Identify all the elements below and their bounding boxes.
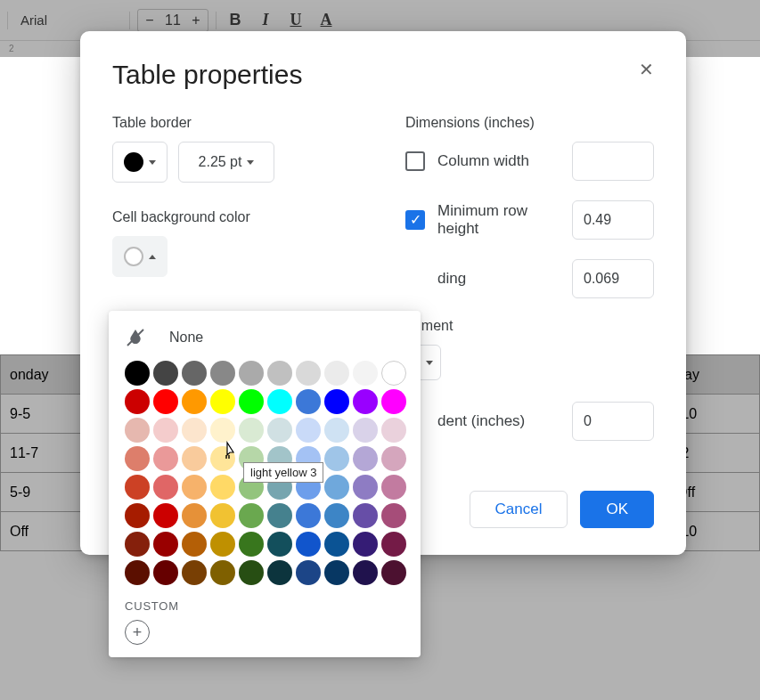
color-swatch[interactable]	[353, 560, 378, 585]
left-indent-input[interactable]	[572, 402, 654, 441]
color-swatch[interactable]	[324, 389, 349, 414]
color-swatch[interactable]	[353, 389, 378, 414]
color-swatch[interactable]	[324, 418, 349, 443]
color-swatch[interactable]	[125, 532, 150, 557]
text-color-button[interactable]: A	[315, 11, 338, 29]
color-swatch[interactable]	[153, 418, 178, 443]
border-color-dropdown[interactable]	[112, 142, 168, 183]
color-swatch[interactable]	[353, 475, 378, 500]
color-none-option[interactable]: None	[125, 327, 405, 348]
color-swatch[interactable]	[182, 560, 207, 585]
color-swatch[interactable]	[125, 418, 150, 443]
color-swatch[interactable]	[381, 361, 406, 386]
color-swatch[interactable]	[153, 503, 178, 528]
cell-padding-input[interactable]	[572, 259, 654, 298]
font-size-increase[interactable]: +	[184, 12, 208, 28]
color-swatch[interactable]	[267, 560, 292, 585]
color-swatch[interactable]	[153, 475, 178, 500]
color-swatch[interactable]	[210, 503, 235, 528]
close-button[interactable]: ✕	[633, 58, 659, 81]
color-swatch[interactable]	[239, 418, 264, 443]
color-swatch[interactable]	[125, 361, 150, 386]
color-swatch[interactable]	[353, 503, 378, 528]
font-size-stepper[interactable]: − 11 +	[137, 9, 208, 32]
color-swatch[interactable]	[353, 446, 378, 471]
left-indent-label-fragment: dent (inches)	[437, 412, 560, 430]
color-swatch[interactable]	[153, 560, 178, 585]
color-swatch[interactable]	[381, 389, 406, 414]
color-swatch[interactable]	[381, 446, 406, 471]
color-swatch[interactable]	[267, 361, 292, 386]
color-swatch[interactable]	[239, 503, 264, 528]
color-swatch[interactable]	[210, 560, 235, 585]
color-swatch[interactable]	[324, 560, 349, 585]
color-swatch[interactable]	[182, 503, 207, 528]
color-swatch[interactable]	[182, 361, 207, 386]
color-swatch[interactable]	[239, 361, 264, 386]
color-swatch[interactable]	[239, 389, 264, 414]
color-swatch[interactable]	[125, 446, 150, 471]
color-swatch[interactable]	[210, 532, 235, 557]
color-swatch[interactable]	[324, 446, 349, 471]
color-swatch[interactable]	[210, 389, 235, 414]
add-custom-color-button[interactable]: +	[125, 620, 150, 645]
color-swatch[interactable]	[210, 475, 235, 500]
font-family-dropdown[interactable]: Arial	[15, 9, 122, 31]
color-swatch[interactable]	[324, 361, 349, 386]
cancel-button[interactable]: Cancel	[470, 491, 568, 528]
color-swatch[interactable]	[153, 446, 178, 471]
color-swatch[interactable]	[210, 446, 235, 471]
color-swatch[interactable]	[125, 560, 150, 585]
color-swatch[interactable]	[324, 503, 349, 528]
color-swatch[interactable]	[296, 532, 321, 557]
color-swatch[interactable]	[381, 503, 406, 528]
font-size-decrease[interactable]: −	[138, 12, 161, 28]
color-swatch[interactable]	[381, 418, 406, 443]
color-swatch[interactable]	[381, 532, 406, 557]
color-swatch[interactable]	[353, 532, 378, 557]
underline-button[interactable]: U	[284, 11, 307, 29]
border-color-swatch	[124, 152, 143, 172]
color-swatch[interactable]	[267, 418, 292, 443]
color-swatch[interactable]	[296, 361, 321, 386]
column-width-checkbox[interactable]	[405, 151, 425, 171]
color-swatch[interactable]	[239, 560, 264, 585]
cell-bg-dropdown[interactable]	[112, 236, 168, 277]
min-row-height-checkbox[interactable]: ✓	[405, 210, 425, 230]
color-swatch[interactable]	[125, 475, 150, 500]
color-swatch[interactable]	[324, 475, 349, 500]
color-swatch[interactable]	[296, 418, 321, 443]
ok-button[interactable]: OK	[580, 491, 654, 528]
color-swatch[interactable]	[353, 361, 378, 386]
color-swatch[interactable]	[153, 361, 178, 386]
color-swatch[interactable]	[153, 532, 178, 557]
color-swatch[interactable]	[381, 475, 406, 500]
color-swatch[interactable]	[182, 475, 207, 500]
color-swatch[interactable]	[324, 532, 349, 557]
bold-button[interactable]: B	[224, 11, 247, 29]
column-width-input[interactable]	[572, 142, 654, 181]
color-swatch[interactable]	[182, 418, 207, 443]
color-swatch[interactable]	[267, 389, 292, 414]
min-row-height-input[interactable]	[572, 200, 654, 240]
color-swatch[interactable]	[125, 503, 150, 528]
color-swatch[interactable]	[182, 389, 207, 414]
italic-button[interactable]: I	[254, 11, 277, 29]
cell-bg-swatch	[124, 247, 143, 266]
color-swatch[interactable]	[210, 361, 235, 386]
color-swatch[interactable]	[239, 532, 264, 557]
color-swatch[interactable]	[296, 503, 321, 528]
color-swatch[interactable]	[267, 532, 292, 557]
border-weight-dropdown[interactable]: 2.25 pt	[178, 142, 274, 183]
color-swatch[interactable]	[353, 418, 378, 443]
color-swatch[interactable]	[182, 532, 207, 557]
color-swatch[interactable]	[153, 389, 178, 414]
color-swatch[interactable]	[296, 560, 321, 585]
color-swatch[interactable]	[125, 389, 150, 414]
color-swatch[interactable]	[182, 446, 207, 471]
color-swatch[interactable]	[296, 389, 321, 414]
font-size-value[interactable]: 11	[161, 12, 184, 28]
color-swatch[interactable]	[267, 503, 292, 528]
color-swatch[interactable]	[210, 418, 235, 443]
color-swatch[interactable]	[381, 560, 406, 585]
